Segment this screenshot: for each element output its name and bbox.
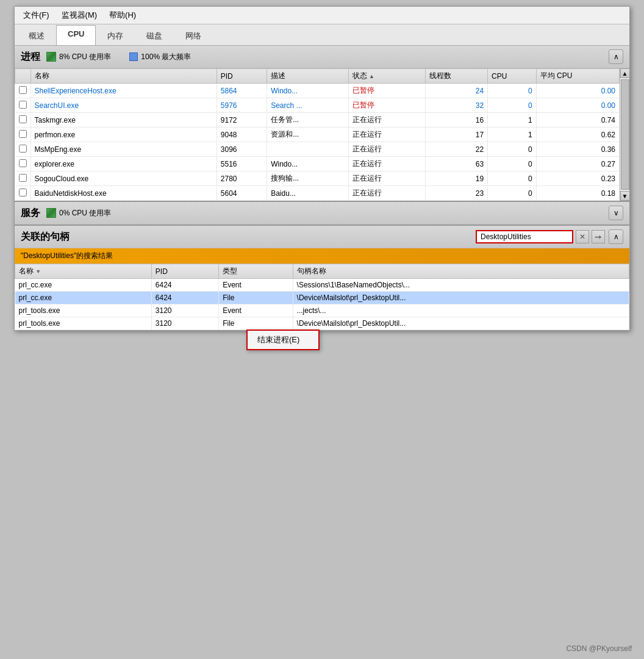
services-cpu-indicator: 0% CPU 使用率: [46, 208, 111, 218]
table-row[interactable]: BaiduNetdiskHost.exe 5604 Baidu... 正在运行 …: [15, 186, 620, 201]
row-cpu: 1: [488, 128, 537, 142]
table-row[interactable]: perfmon.exe 9048 资源和... 正在运行 17 1 0.62: [15, 128, 620, 142]
row-checkbox[interactable]: [19, 159, 27, 167]
freq-text: 100% 最大频率: [141, 52, 191, 62]
search-clear-btn[interactable]: ✕: [576, 230, 589, 243]
services-expand-btn[interactable]: ∨: [609, 206, 623, 220]
handle-row-name: prl_cc.exe: [15, 279, 152, 292]
handles-header-right: ∧: [609, 229, 623, 244]
row-desc: [267, 142, 349, 157]
tab-overview[interactable]: 概述: [17, 26, 56, 45]
col-checkbox: [15, 69, 31, 84]
scrollbar-up-btn[interactable]: ▲: [620, 68, 630, 78]
row-threads: 63: [426, 157, 488, 171]
row-checkbox[interactable]: [19, 189, 27, 196]
handle-row-handle: \Sessions\1\BaseNamedObjects\...: [293, 279, 629, 292]
processes-table-wrap: 名称 PID 描述 状态 ▲ 线程数 CPU 平均 CPU: [15, 68, 620, 201]
tab-disk[interactable]: 磁盘: [135, 26, 174, 45]
col-cpu[interactable]: CPU: [488, 69, 537, 84]
handles-col-pid[interactable]: PID: [151, 264, 218, 279]
menu-monitor[interactable]: 监视器(M): [55, 8, 104, 23]
row-checkbox-cell: [15, 98, 31, 113]
row-cpu: 0: [488, 186, 537, 201]
row-threads: 23: [426, 186, 488, 201]
list-item[interactable]: prl_cc.exe 6424 Event \Sessions\1\BaseNa…: [15, 279, 629, 292]
content-area: 进程 8% CPU 使用率 100% 最大频率 ∧ 名称: [15, 46, 629, 330]
row-checkbox[interactable]: [19, 101, 27, 109]
row-pid: 9048: [216, 128, 267, 142]
table-row[interactable]: explorer.exe 5516 Windo... 正在运行 63 0 0.2…: [15, 157, 620, 171]
col-name[interactable]: 名称: [30, 69, 216, 84]
col-pid[interactable]: PID: [216, 69, 267, 84]
handles-expand-btn[interactable]: ∧: [609, 229, 623, 244]
row-cpu: 0: [488, 171, 537, 186]
row-name: perfmon.exe: [30, 128, 216, 142]
handles-col-handle[interactable]: 句柄名称: [293, 264, 629, 279]
col-desc[interactable]: 描述: [267, 69, 349, 84]
row-avg-cpu: 0.74: [536, 113, 619, 128]
list-item[interactable]: prl_tools.exe 3120 File \Device\Mailslot…: [15, 317, 629, 330]
row-status: 已暂停: [348, 98, 426, 113]
handle-row-handle: \Device\Mailslot\prl_DesktopUtil...: [293, 317, 629, 330]
row-checkbox[interactable]: [19, 174, 27, 182]
search-go-btn[interactable]: ➙: [592, 230, 605, 243]
processes-expand-btn[interactable]: ∧: [609, 49, 623, 64]
scrollbar-thumb[interactable]: [621, 79, 629, 190]
watermark: CSDN @PKyourself: [566, 644, 632, 653]
table-row[interactable]: SogouCloud.exe 2780 搜狗输... 正在运行 19 0 0.2…: [15, 171, 620, 186]
row-checkbox-cell: [15, 142, 31, 157]
context-menu-end-process[interactable]: 结束进程(E): [248, 331, 318, 349]
handles-col-type[interactable]: 类型: [219, 264, 293, 279]
table-row[interactable]: ShellExperienceHost.exe 5864 Windo... 已暂…: [15, 84, 620, 98]
handles-table-container: 名称 ▼ PID 类型 句柄名称 prl_cc.exe 6424 Event \…: [15, 264, 629, 330]
col-status[interactable]: 状态 ▲: [348, 69, 426, 84]
processes-scrollbar[interactable]: ▲ ▼: [620, 68, 629, 201]
row-cpu: 0: [488, 84, 537, 98]
row-checkbox[interactable]: [19, 115, 27, 123]
tab-memory[interactable]: 内存: [96, 26, 135, 45]
row-checkbox[interactable]: [19, 86, 27, 94]
processes-header-right: ∧: [609, 49, 623, 64]
list-item[interactable]: prl_tools.exe 3120 Event ...jects\...: [15, 304, 629, 317]
row-avg-cpu: 0.36: [536, 142, 619, 157]
row-avg-cpu: 0.00: [536, 84, 619, 98]
row-pid: 2780: [216, 171, 267, 186]
handles-header: 关联的句柄 ✕ ➙ ∧: [15, 226, 629, 248]
processes-section-header: 进程 8% CPU 使用率 100% 最大频率 ∧: [15, 46, 629, 68]
row-checkbox[interactable]: [19, 145, 27, 153]
row-name: SogouCloud.exe: [30, 171, 216, 186]
col-avg-cpu[interactable]: 平均 CPU: [536, 69, 619, 84]
row-checkbox-cell: [15, 128, 31, 142]
row-avg-cpu: 0.18: [536, 186, 619, 201]
row-pid: 5976: [216, 98, 267, 113]
tab-network[interactable]: 网络: [174, 26, 213, 45]
menu-help[interactable]: 帮助(H): [103, 8, 142, 23]
processes-table-area: 名称 PID 描述 状态 ▲ 线程数 CPU 平均 CPU: [15, 68, 629, 201]
handle-row-name: prl_tools.exe: [15, 317, 152, 330]
menu-file[interactable]: 文件(F): [17, 8, 55, 23]
row-status: 已暂停: [348, 84, 426, 98]
row-status: 正在运行: [348, 157, 426, 171]
row-checkbox[interactable]: [19, 130, 27, 138]
services-cpu-icon: [46, 208, 56, 218]
col-threads[interactable]: 线程数: [426, 69, 488, 84]
main-window: 文件(F) 监视器(M) 帮助(H) 概述 CPU 内存 磁盘 网络 进程 8%…: [14, 6, 630, 331]
table-row[interactable]: Taskmgr.exe 9172 任务管... 正在运行 16 1 0.74: [15, 113, 620, 128]
table-row[interactable]: MsMpEng.exe 3096 正在运行 22 0 0.36: [15, 142, 620, 157]
scrollbar-down-btn[interactable]: ▼: [620, 191, 630, 201]
row-threads: 16: [426, 113, 488, 128]
row-status: 正在运行: [348, 186, 426, 201]
row-cpu: 1: [488, 113, 537, 128]
search-input[interactable]: [476, 230, 573, 243]
tab-cpu[interactable]: CPU: [56, 25, 96, 45]
table-row[interactable]: SearchUI.exe 5976 Search ... 已暂停 32 0 0.…: [15, 98, 620, 113]
processes-title: 进程: [21, 51, 40, 63]
row-status: 正在运行: [348, 128, 426, 142]
list-item[interactable]: prl_cc.exe 6424 File \Device\Mailslot\pr…: [15, 292, 629, 304]
row-avg-cpu: 0.27: [536, 157, 619, 171]
row-pid: 9172: [216, 113, 267, 128]
handle-row-pid: 3120: [151, 317, 218, 330]
handle-row-pid: 6424: [151, 292, 218, 304]
handles-col-name[interactable]: 名称 ▼: [15, 264, 152, 279]
row-threads: 17: [426, 128, 488, 142]
